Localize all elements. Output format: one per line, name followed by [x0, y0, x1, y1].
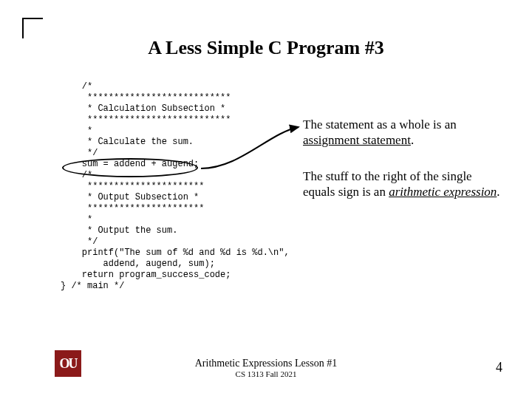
annotation-text: The statement as a whole is an: [303, 117, 457, 132]
highlight-ellipse: [62, 158, 198, 177]
footer-subtitle: CS 1313 Fall 2021: [0, 369, 532, 378]
code-line: } /* main */: [61, 281, 124, 291]
code-line: ***************************: [61, 92, 231, 103]
annotation-term: assignment statement: [303, 133, 411, 147]
code-block: /* *************************** * Calcula…: [61, 81, 290, 292]
code-line: return program_success_code;: [61, 270, 231, 280]
arrow-icon: [195, 118, 313, 185]
annotation-expression: The stuff to the right of the single equ…: [303, 168, 502, 200]
slide-title: A Less Simple C Program #3: [0, 37, 532, 59]
code-line: /*: [61, 81, 92, 92]
annotation-term: arithmetic expression: [389, 185, 497, 199]
code-line: */: [61, 148, 98, 158]
code-line: printf("The sum of %d and %d is %d.\n",: [61, 248, 290, 258]
code-line: */: [61, 236, 98, 247]
footer: Arithmetic Expressions Lesson #1 CS 1313…: [0, 358, 532, 378]
code-line: *: [61, 126, 92, 136]
code-line: addend, augend, sum);: [61, 259, 215, 269]
code-line: **********************: [61, 203, 204, 214]
code-line: **********************: [61, 181, 204, 191]
code-line: * Output the sum.: [61, 225, 177, 236]
corner-rule: [22, 18, 43, 38]
page-number: 4: [496, 360, 502, 375]
code-line: * Calculate the sum.: [61, 137, 194, 147]
annotation-assignment: The statement as a whole is an assignmen…: [303, 117, 502, 148]
annotation-text: .: [497, 185, 499, 199]
annotation-text: .: [411, 133, 414, 147]
code-line: * Output Subsection *: [61, 192, 199, 202]
code-line: * Calculation Subsection *: [61, 103, 225, 114]
code-line: *: [61, 214, 92, 225]
footer-title: Arithmetic Expressions Lesson #1: [195, 358, 337, 369]
